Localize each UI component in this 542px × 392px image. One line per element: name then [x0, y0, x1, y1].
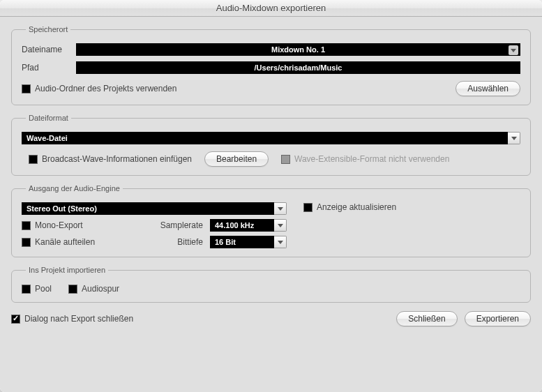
audiotrack-row[interactable]: Audiospur	[68, 284, 119, 294]
storage-legend: Speicherort	[26, 25, 70, 33]
footer-bar: Dialog nach Export schließen Schließen E…	[11, 311, 531, 326]
pool-checkbox[interactable]	[22, 285, 31, 294]
audiotrack-label: Audiospur	[82, 284, 119, 294]
titlebar: Audio-Mixdown exportieren	[0, 0, 542, 17]
broadcast-wave-checkbox[interactable]	[29, 155, 38, 164]
filename-field[interactable]: Mixdown No. 1	[76, 43, 520, 56]
broadcast-wave-label: Broadcast-Wave-Informationen einfügen	[42, 154, 192, 164]
chevron-down-icon	[511, 49, 516, 52]
chevron-down-icon	[511, 137, 517, 140]
samplerate-select[interactable]: 44.100 kHz	[210, 219, 274, 232]
import-project-group: Ins Projekt importieren Pool Audiospur	[11, 266, 531, 303]
output-bus-value: Stereo Out (Stereo)	[27, 204, 97, 213]
mono-export-row[interactable]: Mono-Export	[22, 220, 133, 230]
chevron-down-icon	[278, 241, 283, 244]
update-display-checkbox[interactable]	[303, 203, 313, 212]
close-after-export-label: Dialog nach Export schließen	[24, 314, 133, 324]
audio-engine-group: Ausgang der Audio-Engine Stereo Out (Ste…	[11, 184, 531, 257]
close-button[interactable]: Schließen	[396, 311, 457, 326]
file-format-value: Wave-Datei	[27, 134, 68, 142]
path-label: Pfad	[22, 63, 70, 73]
wave-extensible-checkbox[interactable]	[281, 155, 290, 164]
pool-row[interactable]: Pool	[22, 284, 52, 294]
chevron-down-icon	[278, 224, 283, 227]
output-bus-dropdown-button[interactable]	[274, 202, 287, 215]
engine-left-column: Stereo Out (Stereo) Mono-Export Samplera…	[22, 202, 287, 248]
audiotrack-checkbox[interactable]	[68, 285, 77, 294]
bitdepth-dropdown-button[interactable]	[274, 236, 287, 248]
edit-broadcast-button[interactable]: Bearbeiten	[204, 151, 269, 167]
split-channels-row[interactable]: Kanäle aufteilen	[22, 237, 133, 247]
path-field[interactable]: /Users/chrisadam/Music	[76, 61, 520, 74]
close-after-export-row[interactable]: Dialog nach Export schließen	[11, 314, 133, 324]
path-value: /Users/chrisadam/Music	[255, 63, 342, 72]
content-area: Speicherort Dateiname Mixdown No. 1 Pfad…	[0, 17, 542, 392]
audio-engine-legend: Ausgang der Audio-Engine	[26, 184, 123, 193]
file-format-select[interactable]: Wave-Datei	[22, 132, 508, 144]
broadcast-wave-row[interactable]: Broadcast-Wave-Informationen einfügen	[29, 154, 192, 164]
export-mixdown-window: Audio-Mixdown exportieren Speicherort Da…	[0, 0, 542, 392]
bitdepth-select[interactable]: 16 Bit	[210, 236, 274, 248]
mono-export-checkbox[interactable]	[22, 221, 31, 230]
file-format-dropdown-button[interactable]	[508, 132, 520, 144]
samplerate-value: 44.100 kHz	[215, 221, 254, 229]
file-format-legend: Dateiformat	[26, 114, 71, 122]
samplerate-label: Samplerate	[140, 220, 203, 230]
filename-dropdown-icon[interactable]	[509, 45, 518, 55]
mono-export-label: Mono-Export	[35, 220, 83, 230]
chevron-down-icon	[278, 207, 283, 211]
use-project-folder-checkbox[interactable]	[22, 84, 31, 93]
bitdepth-label: Bittiefe	[140, 237, 203, 247]
split-channels-checkbox[interactable]	[22, 238, 31, 247]
file-format-group: Dateiformat Wave-Datei Broadcast-Wave-In…	[11, 114, 531, 176]
engine-right-column: Anzeige aktualisieren	[287, 202, 520, 212]
use-project-folder-label: Audio-Ordner des Projekts verwenden	[35, 84, 176, 93]
samplerate-dropdown-button[interactable]	[274, 219, 287, 232]
wave-extensible-label: Wave-Extensible-Format nicht verwenden	[294, 154, 449, 164]
use-project-folder-checkbox-row[interactable]: Audio-Ordner des Projekts verwenden	[22, 84, 176, 93]
storage-group: Speicherort Dateiname Mixdown No. 1 Pfad…	[11, 25, 531, 105]
bitdepth-value: 16 Bit	[215, 238, 236, 246]
update-display-label: Anzeige aktualisieren	[317, 202, 396, 212]
update-display-row[interactable]: Anzeige aktualisieren	[303, 202, 520, 212]
wave-extensible-row[interactable]: Wave-Extensible-Format nicht verwenden	[281, 154, 449, 164]
choose-path-button[interactable]: Auswählen	[456, 81, 520, 96]
export-button[interactable]: Exportieren	[465, 311, 531, 326]
window-title: Audio-Mixdown exportieren	[216, 3, 326, 13]
filename-value: Mixdown No. 1	[271, 45, 325, 54]
split-channels-label: Kanäle aufteilen	[35, 237, 95, 247]
pool-label: Pool	[35, 284, 52, 294]
import-project-legend: Ins Projekt importieren	[26, 266, 108, 274]
filename-label: Dateiname	[22, 45, 70, 54]
output-bus-select[interactable]: Stereo Out (Stereo)	[22, 202, 274, 215]
close-after-export-checkbox[interactable]	[11, 315, 20, 324]
